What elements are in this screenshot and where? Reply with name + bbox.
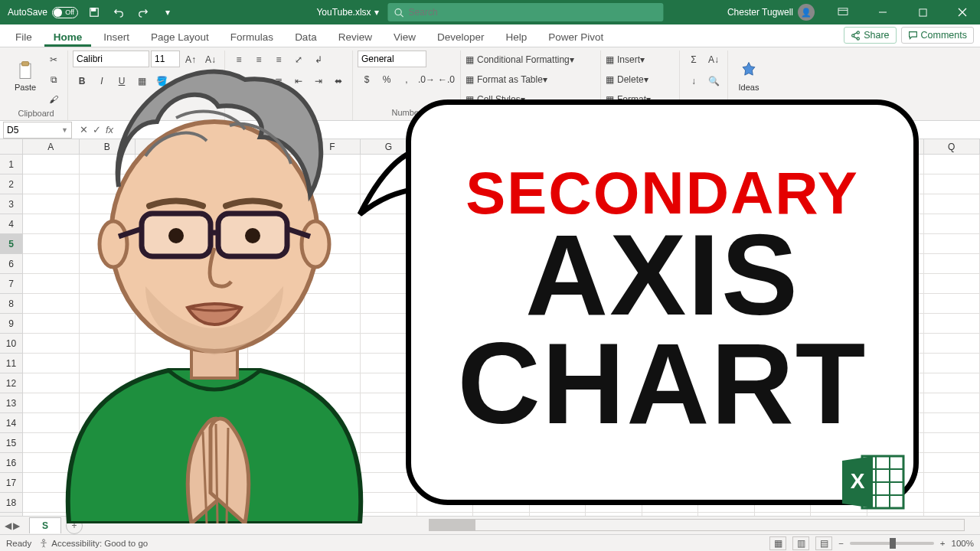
cell[interactable]: [417, 413, 474, 433]
cell[interactable]: [192, 194, 249, 214]
page-break-view-icon[interactable]: ▤: [815, 536, 832, 550]
cell[interactable]: [530, 473, 586, 493]
cell[interactable]: [530, 493, 586, 513]
decrease-font-icon[interactable]: A↓: [201, 51, 220, 69]
cell[interactable]: [530, 174, 586, 194]
tab-page-layout[interactable]: Page Layout: [142, 27, 218, 47]
cell[interactable]: [755, 214, 812, 234]
cell[interactable]: [811, 473, 867, 493]
cell[interactable]: [924, 433, 981, 453]
cell[interactable]: [642, 473, 699, 493]
tab-file[interactable]: File: [6, 27, 41, 47]
cell[interactable]: [136, 294, 192, 314]
sheet-nav-prev-icon[interactable]: ◀: [5, 520, 11, 531]
cell[interactable]: [698, 433, 755, 453]
cell[interactable]: [23, 234, 80, 254]
column-header[interactable]: P: [867, 139, 924, 154]
zoom-level[interactable]: 100%: [952, 539, 974, 548]
accessibility-status[interactable]: Accessibility: Good to go: [39, 539, 148, 548]
cell[interactable]: [361, 254, 417, 274]
cell[interactable]: [136, 155, 192, 174]
cell[interactable]: [305, 373, 361, 393]
cell[interactable]: [530, 155, 586, 174]
cell[interactable]: [530, 393, 586, 413]
cell[interactable]: [23, 433, 80, 453]
cell[interactable]: [417, 294, 474, 314]
cell[interactable]: [248, 174, 305, 194]
cell[interactable]: [811, 493, 867, 513]
cell[interactable]: [698, 453, 755, 473]
fill-icon[interactable]: ↓: [684, 72, 703, 90]
cell[interactable]: [642, 334, 699, 354]
cell[interactable]: [136, 194, 192, 214]
cell[interactable]: [586, 234, 642, 254]
cell[interactable]: [642, 214, 699, 234]
copy-icon[interactable]: ⧉: [44, 70, 63, 89]
cell[interactable]: [192, 393, 249, 413]
save-icon[interactable]: [86, 4, 103, 21]
column-header[interactable]: K: [586, 139, 642, 154]
row-header[interactable]: 2: [0, 174, 22, 194]
cancel-formula-icon[interactable]: ✕: [80, 124, 88, 135]
cell[interactable]: [80, 373, 136, 393]
search-box[interactable]: [388, 3, 664, 21]
tab-help[interactable]: Help: [497, 27, 537, 47]
cell[interactable]: [867, 453, 924, 473]
cell[interactable]: [642, 274, 699, 294]
column-header[interactable]: C: [136, 139, 192, 154]
cell[interactable]: [924, 453, 981, 473]
cell[interactable]: [361, 274, 417, 294]
cell[interactable]: [586, 473, 642, 493]
tab-developer[interactable]: Developer: [428, 27, 494, 47]
cell[interactable]: [417, 194, 474, 214]
cell[interactable]: [698, 254, 755, 274]
align-left-icon[interactable]: ≣: [230, 72, 248, 90]
cell[interactable]: [586, 493, 642, 513]
cell[interactable]: [867, 254, 924, 274]
tab-review[interactable]: Review: [329, 27, 381, 47]
cell[interactable]: [755, 194, 812, 214]
cell[interactable]: [417, 354, 474, 373]
cell[interactable]: [698, 234, 755, 254]
cell[interactable]: [80, 334, 136, 354]
cell[interactable]: [642, 393, 699, 413]
cell[interactable]: [586, 155, 642, 174]
cell[interactable]: [530, 433, 586, 453]
minimize-button[interactable]: [865, 0, 900, 24]
worksheet-grid[interactable]: 12345678910111213141516171819 ABCDEFGHIJ…: [0, 139, 980, 516]
column-header[interactable]: O: [811, 139, 867, 154]
cell[interactable]: [530, 314, 586, 334]
format-painter-icon[interactable]: 🖌: [44, 90, 63, 109]
cell[interactable]: [136, 453, 192, 473]
cell[interactable]: [473, 294, 530, 314]
row-header[interactable]: 12: [0, 373, 22, 393]
cell[interactable]: [305, 453, 361, 473]
cell[interactable]: [755, 254, 812, 274]
cell[interactable]: [23, 174, 80, 194]
row-header[interactable]: 8: [0, 294, 22, 314]
cell[interactable]: [23, 274, 80, 294]
cell[interactable]: [530, 214, 586, 234]
row-header[interactable]: 17: [0, 473, 22, 493]
cell[interactable]: [361, 314, 417, 334]
cell[interactable]: [473, 254, 530, 274]
cell[interactable]: [867, 234, 924, 254]
cell[interactable]: [867, 354, 924, 373]
cell[interactable]: [80, 155, 136, 174]
cell[interactable]: [642, 453, 699, 473]
cell[interactable]: [136, 393, 192, 413]
cell[interactable]: [586, 174, 642, 194]
cell[interactable]: [305, 354, 361, 373]
cell[interactable]: [755, 393, 812, 413]
cell[interactable]: [473, 234, 530, 254]
cell[interactable]: [361, 234, 417, 254]
redo-icon[interactable]: [135, 4, 152, 21]
cell[interactable]: [80, 433, 136, 453]
cell[interactable]: [473, 373, 530, 393]
zoom-slider[interactable]: [850, 542, 934, 545]
cell[interactable]: [586, 274, 642, 294]
cell[interactable]: [136, 234, 192, 254]
cell[interactable]: [248, 274, 305, 294]
cell[interactable]: [361, 294, 417, 314]
number-format-select[interactable]: [358, 51, 426, 67]
